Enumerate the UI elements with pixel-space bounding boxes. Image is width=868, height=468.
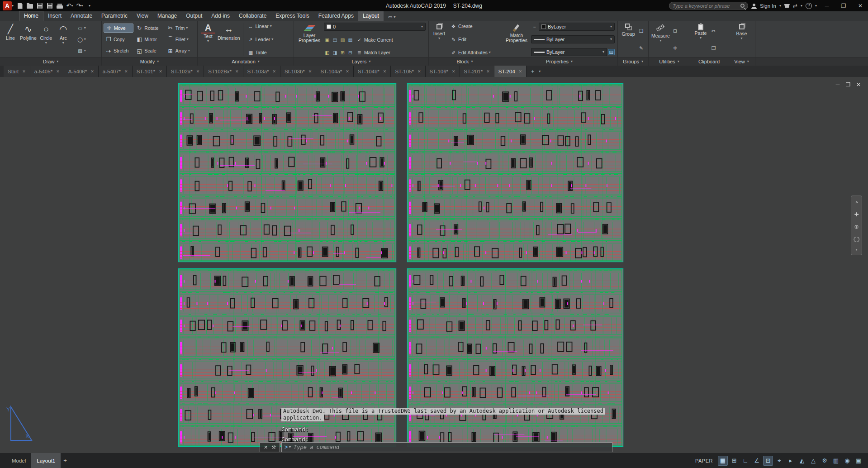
sign-in-button[interactable]: Sign In bbox=[760, 3, 776, 9]
text-tool[interactable]: A Text ▾ bbox=[199, 22, 217, 57]
chevron-down-icon[interactable]: ▾ bbox=[187, 38, 189, 41]
tab-close-icon[interactable]: ✕ bbox=[519, 69, 522, 74]
minimize-button[interactable]: ─ bbox=[820, 0, 834, 11]
tab-close-icon[interactable]: ✕ bbox=[196, 69, 200, 74]
command-prompt-badge[interactable]: > ▾ bbox=[285, 444, 291, 450]
ribbon-tab-insert[interactable]: Insert bbox=[43, 11, 66, 21]
layout-tab-layout1[interactable]: Layout1 bbox=[31, 453, 61, 468]
match-properties-tool[interactable]: Match Properties bbox=[503, 22, 530, 57]
search-input[interactable] bbox=[673, 3, 738, 9]
drawing-minimize-icon[interactable]: ─ bbox=[835, 81, 841, 88]
share-icon[interactable]: ⇄ bbox=[793, 3, 797, 9]
file-tab-st-104b-[interactable]: ST-104b*✕ bbox=[354, 66, 391, 77]
panel-label-modify[interactable]: Modify▾ bbox=[102, 57, 197, 66]
edit-block-tool[interactable]: ✎Edit bbox=[449, 36, 498, 43]
tab-close-icon[interactable]: ✕ bbox=[417, 69, 421, 74]
file-tab-st-102a-[interactable]: ST-102a*✕ bbox=[167, 66, 204, 77]
file-tab-st-204[interactable]: ST-204✕ bbox=[494, 66, 527, 77]
chevron-down-icon[interactable]: ▾ bbox=[45, 41, 47, 45]
arc-tool[interactable]: ◠ Arc ▾ bbox=[55, 22, 72, 57]
layer-state-6-icon[interactable]: ◨ bbox=[332, 49, 338, 56]
open-file-button[interactable] bbox=[25, 1, 34, 10]
object-color-select[interactable]: ByLayer ▾ bbox=[539, 23, 615, 31]
chevron-down-icon[interactable]: ▾ bbox=[84, 38, 86, 41]
chevron-down-icon[interactable]: ▾ bbox=[659, 39, 661, 43]
panel-label-view[interactable]: View▾ bbox=[728, 57, 755, 66]
ribbon-tab-output[interactable]: Output bbox=[181, 11, 207, 21]
file-tab-st-104a-[interactable]: ST-104a*✕ bbox=[316, 66, 354, 77]
edit-attributes-tool[interactable]: ✐Edit Attributes▾ bbox=[449, 49, 498, 56]
chevron-down-icon[interactable]: ▾ bbox=[289, 445, 291, 449]
ribbon-tab-express-tools[interactable]: Express Tools bbox=[271, 11, 313, 21]
workspace-settings-icon[interactable]: ⚙ bbox=[820, 456, 830, 466]
file-tab-a-5407-[interactable]: a-5407*✕ bbox=[99, 66, 133, 77]
copy-tool[interactable]: ❐Copy bbox=[104, 35, 133, 43]
create-block-tool[interactable]: ❖Create bbox=[449, 23, 498, 30]
file-tab-a-5406-[interactable]: A-5406*✕ bbox=[64, 66, 99, 77]
drawing-restore-icon[interactable]: ❐ bbox=[845, 81, 851, 88]
file-tab-st-101-[interactable]: ST-101*✕ bbox=[133, 66, 167, 77]
paper-space-toggle[interactable]: PAPER bbox=[695, 458, 713, 463]
tab-close-icon[interactable]: ✕ bbox=[273, 69, 276, 74]
layer-state-7-icon[interactable]: ⊞ bbox=[339, 49, 346, 56]
ribbon-tab-collaborate[interactable]: Collaborate bbox=[234, 11, 271, 21]
clean-screen-icon[interactable]: ▣ bbox=[854, 456, 863, 466]
chevron-down-icon[interactable]: ▾ bbox=[271, 38, 273, 41]
linear-dimension-tool[interactable]: ↔Linear▾ bbox=[246, 23, 283, 30]
new-drawing-tab-button[interactable]: + bbox=[531, 68, 534, 75]
drawing-canvas[interactable] bbox=[0, 77, 868, 453]
save-button[interactable] bbox=[35, 1, 44, 10]
ellipse-tool[interactable]: ◯▾ bbox=[77, 36, 86, 43]
make-current-tool[interactable]: ✓Make Current bbox=[355, 36, 394, 43]
ortho-mode-icon[interactable]: ∟ bbox=[740, 456, 750, 466]
file-tab-start[interactable]: Start✕ bbox=[4, 66, 30, 77]
group-edit-icon[interactable]: ✎ bbox=[638, 45, 645, 51]
move-tool[interactable]: ✛Move bbox=[104, 24, 133, 33]
ungroup-icon[interactable]: ❏ bbox=[638, 28, 645, 34]
help-search-box[interactable] bbox=[669, 2, 748, 10]
cart-icon[interactable] bbox=[784, 4, 790, 8]
redo-button[interactable]: ↷▾ bbox=[75, 1, 84, 10]
circle-tool[interactable]: ○ Circle ▾ bbox=[38, 22, 55, 57]
chevron-down-icon[interactable]: ▾ bbox=[207, 39, 209, 43]
file-tab-st-103b-[interactable]: St-103b*✕ bbox=[280, 66, 316, 77]
ribbon-tab-annotate[interactable]: Annotate bbox=[66, 11, 97, 21]
undo-button[interactable]: ↶▾ bbox=[65, 1, 74, 10]
chevron-down-icon[interactable]: ▾ bbox=[71, 4, 73, 8]
command-close-icon[interactable]: ✕ bbox=[264, 444, 268, 450]
chevron-down-icon[interactable]: ▾ bbox=[602, 50, 604, 54]
trim-tool[interactable]: ✂Trim▾ bbox=[166, 24, 195, 32]
tab-close-icon[interactable]: ✕ bbox=[235, 69, 239, 74]
tab-close-icon[interactable]: ✕ bbox=[452, 69, 455, 74]
tab-menu-icon[interactable]: ▾ bbox=[539, 70, 541, 73]
command-input-bar[interactable]: > ▾ bbox=[281, 442, 612, 452]
chevron-down-icon[interactable]: ▾ bbox=[815, 4, 817, 8]
properties-menu-icon[interactable]: ≡ bbox=[531, 24, 538, 30]
layer-properties-tool[interactable]: Layer Properties bbox=[296, 22, 323, 57]
lineweight-select[interactable]: ByLayer ▾ bbox=[531, 48, 607, 56]
tab-close-icon[interactable]: ✕ bbox=[22, 69, 26, 74]
polar-tracking-icon[interactable]: ∠ bbox=[752, 456, 762, 466]
paste-tool[interactable]: Paste ▾ bbox=[692, 22, 709, 57]
ribbon-tab-layout[interactable]: Layout bbox=[358, 11, 384, 21]
maximize-button[interactable]: ❐ bbox=[837, 0, 850, 11]
panel-label-block[interactable]: Block▾ bbox=[429, 57, 501, 66]
dynamic-input-icon[interactable]: ▸ bbox=[786, 456, 796, 466]
panel-label-properties[interactable]: Properties▾ bbox=[501, 57, 617, 66]
drawing-close-icon[interactable]: ✕ bbox=[855, 81, 862, 88]
match-layer-tool[interactable]: ≣Match Layer bbox=[355, 49, 392, 56]
object-snap-icon[interactable]: ⊡ bbox=[763, 456, 773, 466]
orbit-icon[interactable]: ◯ bbox=[854, 236, 859, 242]
ribbon-tab-add-ins[interactable]: Add-ins bbox=[207, 11, 234, 21]
ribbon-tab-view[interactable]: View bbox=[132, 11, 153, 21]
chevron-down-icon[interactable]: ▾ bbox=[186, 26, 188, 30]
chevron-down-icon[interactable]: ▾ bbox=[81, 4, 83, 8]
layer-state-4-icon[interactable]: ▦ bbox=[347, 37, 354, 43]
person-icon[interactable] bbox=[751, 7, 757, 9]
pan-icon[interactable]: ✚ bbox=[854, 211, 859, 218]
fillet-tool[interactable]: ⌒Fillet▾ bbox=[166, 35, 195, 43]
tab-close-icon[interactable]: ✕ bbox=[90, 69, 94, 74]
rotate-tool[interactable]: ↻Rotate bbox=[134, 24, 164, 32]
cut-icon[interactable]: ✂ bbox=[710, 28, 717, 34]
base-view-tool[interactable]: Base ▾ bbox=[733, 22, 750, 57]
